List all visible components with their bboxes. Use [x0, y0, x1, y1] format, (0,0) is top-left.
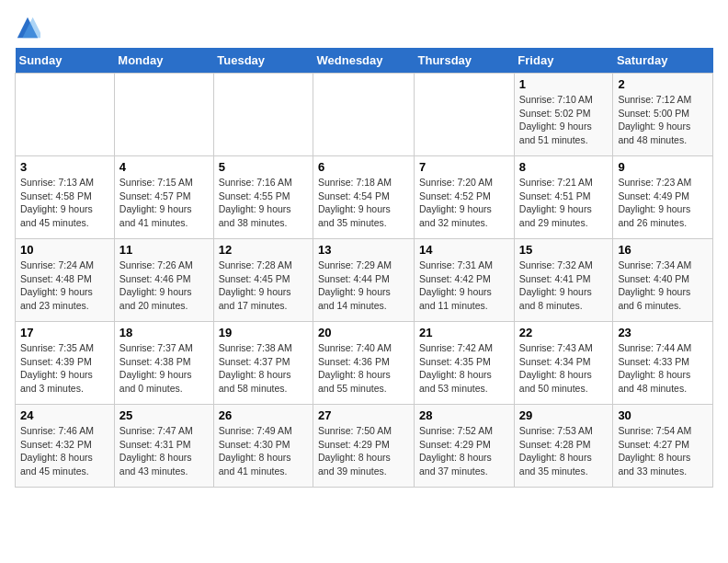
day-info: Sunrise: 7:52 AMSunset: 4:29 PMDaylight:…	[419, 425, 493, 477]
day-info: Sunrise: 7:42 AMSunset: 4:35 PMDaylight:…	[419, 342, 493, 394]
day-info: Sunrise: 7:23 AMSunset: 4:49 PMDaylight:…	[618, 177, 691, 228]
day-number: 10	[20, 243, 109, 257]
day-number: 19	[219, 326, 308, 339]
day-cell: 27 Sunrise: 7:50 AMSunset: 4:29 PMDaylig…	[313, 405, 415, 488]
day-number: 11	[119, 243, 209, 257]
weekday-header-wednesday: Wednesday	[313, 48, 415, 74]
day-info: Sunrise: 7:18 AMSunset: 4:54 PMDaylight:…	[318, 177, 392, 228]
day-number: 18	[119, 326, 209, 339]
day-cell: 23 Sunrise: 7:44 AMSunset: 4:33 PMDaylig…	[613, 322, 713, 405]
day-info: Sunrise: 7:43 AMSunset: 4:34 PMDaylight:…	[519, 342, 593, 394]
day-cell: 4 Sunrise: 7:15 AMSunset: 4:57 PMDayligh…	[114, 156, 213, 239]
day-cell: 1 Sunrise: 7:10 AMSunset: 5:02 PMDayligh…	[514, 74, 613, 156]
page-header	[15, 15, 713, 40]
day-cell	[114, 74, 213, 156]
day-info: Sunrise: 7:47 AMSunset: 4:31 PMDaylight:…	[119, 425, 193, 477]
day-number: 3	[20, 160, 109, 174]
day-cell: 18 Sunrise: 7:37 AMSunset: 4:38 PMDaylig…	[114, 322, 213, 405]
day-info: Sunrise: 7:32 AMSunset: 4:41 PMDaylight:…	[519, 259, 593, 311]
day-info: Sunrise: 7:15 AMSunset: 4:57 PMDaylight:…	[119, 177, 193, 228]
day-number: 2	[618, 77, 708, 91]
day-cell: 13 Sunrise: 7:29 AMSunset: 4:44 PMDaylig…	[313, 239, 415, 322]
day-cell	[415, 74, 515, 156]
day-info: Sunrise: 7:54 AMSunset: 4:27 PMDaylight:…	[618, 425, 691, 477]
day-info: Sunrise: 7:21 AMSunset: 4:51 PMDaylight:…	[519, 177, 593, 228]
day-number: 29	[519, 408, 609, 422]
day-info: Sunrise: 7:13 AMSunset: 4:58 PMDaylight:…	[20, 177, 94, 228]
logo	[15, 15, 42, 40]
week-row-1: 1 Sunrise: 7:10 AMSunset: 5:02 PMDayligh…	[16, 74, 713, 156]
day-number: 22	[519, 326, 609, 339]
weekday-header-sunday: Sunday	[16, 48, 115, 74]
day-number: 13	[318, 243, 409, 257]
week-row-4: 17 Sunrise: 7:35 AMSunset: 4:39 PMDaylig…	[16, 322, 713, 405]
day-number: 15	[519, 243, 609, 257]
weekday-header-row: SundayMondayTuesdayWednesdayThursdayFrid…	[16, 48, 713, 74]
day-cell: 26 Sunrise: 7:49 AMSunset: 4:30 PMDaylig…	[213, 405, 313, 488]
day-cell: 22 Sunrise: 7:43 AMSunset: 4:34 PMDaylig…	[514, 322, 613, 405]
day-info: Sunrise: 7:16 AMSunset: 4:55 PMDaylight:…	[219, 177, 292, 228]
day-cell: 11 Sunrise: 7:26 AMSunset: 4:46 PMDaylig…	[114, 239, 213, 322]
day-number: 4	[119, 160, 209, 174]
day-info: Sunrise: 7:40 AMSunset: 4:36 PMDaylight:…	[318, 342, 392, 394]
day-info: Sunrise: 7:49 AMSunset: 4:30 PMDaylight:…	[219, 425, 292, 477]
day-number: 5	[219, 160, 308, 174]
day-number: 7	[419, 160, 509, 174]
day-number: 27	[318, 408, 409, 422]
day-number: 1	[519, 77, 609, 91]
day-info: Sunrise: 7:20 AMSunset: 4:52 PMDaylight:…	[419, 177, 493, 228]
day-number: 21	[419, 326, 509, 339]
day-number: 16	[618, 243, 708, 257]
day-info: Sunrise: 7:44 AMSunset: 4:33 PMDaylight:…	[618, 342, 691, 394]
day-info: Sunrise: 7:38 AMSunset: 4:37 PMDaylight:…	[219, 342, 292, 394]
day-cell: 24 Sunrise: 7:46 AMSunset: 4:32 PMDaylig…	[16, 405, 115, 488]
day-cell: 28 Sunrise: 7:52 AMSunset: 4:29 PMDaylig…	[415, 405, 515, 488]
day-number: 8	[519, 160, 609, 174]
day-info: Sunrise: 7:24 AMSunset: 4:48 PMDaylight:…	[20, 259, 94, 311]
day-info: Sunrise: 7:12 AMSunset: 5:00 PMDaylight:…	[618, 94, 691, 145]
weekday-header-monday: Monday	[114, 48, 213, 74]
day-cell: 8 Sunrise: 7:21 AMSunset: 4:51 PMDayligh…	[514, 156, 613, 239]
day-cell	[313, 74, 415, 156]
day-cell: 16 Sunrise: 7:34 AMSunset: 4:40 PMDaylig…	[613, 239, 713, 322]
day-info: Sunrise: 7:28 AMSunset: 4:45 PMDaylight:…	[219, 259, 292, 311]
day-number: 24	[20, 408, 109, 422]
day-cell: 7 Sunrise: 7:20 AMSunset: 4:52 PMDayligh…	[415, 156, 515, 239]
day-info: Sunrise: 7:10 AMSunset: 5:02 PMDaylight:…	[519, 94, 593, 145]
weekday-header-thursday: Thursday	[415, 48, 515, 74]
day-info: Sunrise: 7:53 AMSunset: 4:28 PMDaylight:…	[519, 425, 593, 477]
day-cell: 2 Sunrise: 7:12 AMSunset: 5:00 PMDayligh…	[613, 74, 713, 156]
day-cell: 6 Sunrise: 7:18 AMSunset: 4:54 PMDayligh…	[313, 156, 415, 239]
day-number: 30	[618, 408, 708, 422]
day-info: Sunrise: 7:37 AMSunset: 4:38 PMDaylight:…	[119, 342, 193, 394]
day-cell: 29 Sunrise: 7:53 AMSunset: 4:28 PMDaylig…	[514, 405, 613, 488]
week-row-5: 24 Sunrise: 7:46 AMSunset: 4:32 PMDaylig…	[16, 405, 713, 488]
day-info: Sunrise: 7:31 AMSunset: 4:42 PMDaylight:…	[419, 259, 493, 311]
day-number: 9	[618, 160, 708, 174]
day-number: 26	[219, 408, 308, 422]
day-info: Sunrise: 7:50 AMSunset: 4:29 PMDaylight:…	[318, 425, 392, 477]
weekday-header-tuesday: Tuesday	[213, 48, 313, 74]
day-cell: 17 Sunrise: 7:35 AMSunset: 4:39 PMDaylig…	[16, 322, 115, 405]
day-cell: 15 Sunrise: 7:32 AMSunset: 4:41 PMDaylig…	[514, 239, 613, 322]
calendar-table: SundayMondayTuesdayWednesdayThursdayFrid…	[15, 48, 713, 488]
logo-icon	[15, 15, 40, 40]
day-number: 20	[318, 326, 409, 339]
day-cell: 21 Sunrise: 7:42 AMSunset: 4:35 PMDaylig…	[415, 322, 515, 405]
day-info: Sunrise: 7:35 AMSunset: 4:39 PMDaylight:…	[20, 342, 94, 394]
day-cell: 30 Sunrise: 7:54 AMSunset: 4:27 PMDaylig…	[613, 405, 713, 488]
day-number: 6	[318, 160, 409, 174]
week-row-2: 3 Sunrise: 7:13 AMSunset: 4:58 PMDayligh…	[16, 156, 713, 239]
day-info: Sunrise: 7:46 AMSunset: 4:32 PMDaylight:…	[20, 425, 94, 477]
week-row-3: 10 Sunrise: 7:24 AMSunset: 4:48 PMDaylig…	[16, 239, 713, 322]
day-info: Sunrise: 7:29 AMSunset: 4:44 PMDaylight:…	[318, 259, 392, 311]
day-info: Sunrise: 7:26 AMSunset: 4:46 PMDaylight:…	[119, 259, 193, 311]
day-number: 25	[119, 408, 209, 422]
day-cell: 12 Sunrise: 7:28 AMSunset: 4:45 PMDaylig…	[213, 239, 313, 322]
day-cell	[16, 74, 115, 156]
day-cell: 20 Sunrise: 7:40 AMSunset: 4:36 PMDaylig…	[313, 322, 415, 405]
day-cell: 14 Sunrise: 7:31 AMSunset: 4:42 PMDaylig…	[415, 239, 515, 322]
day-cell: 9 Sunrise: 7:23 AMSunset: 4:49 PMDayligh…	[613, 156, 713, 239]
day-cell: 19 Sunrise: 7:38 AMSunset: 4:37 PMDaylig…	[213, 322, 313, 405]
day-cell: 25 Sunrise: 7:47 AMSunset: 4:31 PMDaylig…	[114, 405, 213, 488]
